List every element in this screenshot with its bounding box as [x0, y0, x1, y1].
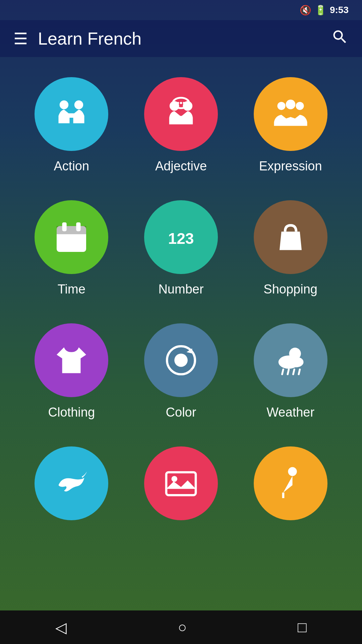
scenery-circle — [144, 446, 218, 520]
home-button[interactable]: ○ — [178, 619, 187, 636]
svg-point-0 — [60, 100, 68, 109]
category-action[interactable]: Action — [27, 77, 116, 173]
time-label: Time — [58, 282, 85, 297]
battery-icon: 🔋 — [315, 5, 326, 16]
svg-point-1 — [74, 100, 83, 109]
svg-text:7: 7 — [68, 235, 75, 251]
search-icon[interactable] — [331, 28, 349, 49]
svg-line-26 — [299, 370, 300, 374]
category-weather[interactable]: Weather — [246, 323, 335, 420]
svg-point-6 — [180, 102, 182, 104]
svg-point-19 — [174, 354, 188, 367]
category-time[interactable]: 7 Time — [27, 200, 116, 297]
time-circle: 7 — [35, 200, 108, 274]
action-label: Action — [54, 159, 89, 173]
svg-point-28 — [171, 476, 177, 482]
svg-text:123: 123 — [168, 230, 194, 247]
category-animal[interactable] — [27, 446, 116, 528]
category-adjective[interactable]: Adjective — [136, 77, 226, 173]
svg-point-7 — [183, 102, 185, 104]
expression-circle — [254, 77, 327, 151]
category-shopping[interactable]: $ Shopping — [246, 200, 335, 297]
status-icons: 🔇 🔋 9:53 — [300, 5, 349, 16]
svg-point-22 — [289, 357, 303, 367]
menu-icon[interactable]: ☰ — [13, 29, 28, 48]
adjective-circle — [144, 77, 218, 151]
back-button[interactable]: ◁ — [55, 619, 67, 636]
category-scenery[interactable] — [136, 446, 226, 528]
app-title: Learn French — [38, 29, 331, 49]
svg-point-9 — [286, 100, 295, 109]
recent-button[interactable]: □ — [298, 619, 307, 636]
animal-circle — [35, 446, 108, 520]
time-display: 9:53 — [330, 5, 349, 15]
category-expression[interactable]: Expression — [246, 77, 335, 173]
svg-point-10 — [296, 102, 304, 110]
number-label: Number — [158, 282, 203, 297]
svg-rect-13 — [62, 222, 67, 231]
svg-rect-14 — [76, 222, 81, 231]
clothing-label: Clothing — [48, 405, 95, 420]
clothing-circle — [35, 323, 108, 397]
svg-point-8 — [277, 102, 285, 110]
shopping-label: Shopping — [263, 282, 317, 297]
category-activity[interactable] — [246, 446, 335, 528]
weather-circle — [254, 323, 327, 397]
svg-line-24 — [288, 370, 289, 374]
svg-line-25 — [293, 370, 294, 374]
signal-icon: 🔇 — [300, 5, 311, 16]
weather-label: Weather — [266, 405, 314, 420]
expression-label: Expression — [259, 159, 322, 173]
shopping-circle: $ — [254, 200, 327, 274]
svg-rect-27 — [166, 472, 196, 495]
category-grid: Action Adjective — [0, 57, 362, 548]
adjective-label: Adjective — [155, 159, 207, 173]
action-circle — [35, 77, 108, 151]
category-color[interactable]: Color — [136, 323, 226, 420]
number-circle: 123 — [144, 200, 218, 274]
svg-point-29 — [288, 467, 297, 476]
svg-text:$: $ — [288, 236, 293, 248]
top-bar: ☰ Learn French — [0, 20, 362, 57]
svg-line-23 — [282, 370, 283, 374]
color-circle — [144, 323, 218, 397]
svg-rect-12 — [57, 226, 86, 234]
activity-circle — [254, 446, 327, 520]
svg-point-5 — [177, 102, 179, 104]
status-bar: 🔇 🔋 9:53 — [0, 0, 362, 20]
bottom-nav: ◁ ○ □ — [0, 610, 362, 644]
color-label: Color — [166, 405, 196, 420]
category-number[interactable]: 123 Number — [136, 200, 226, 297]
category-clothing[interactable]: Clothing — [27, 323, 116, 420]
